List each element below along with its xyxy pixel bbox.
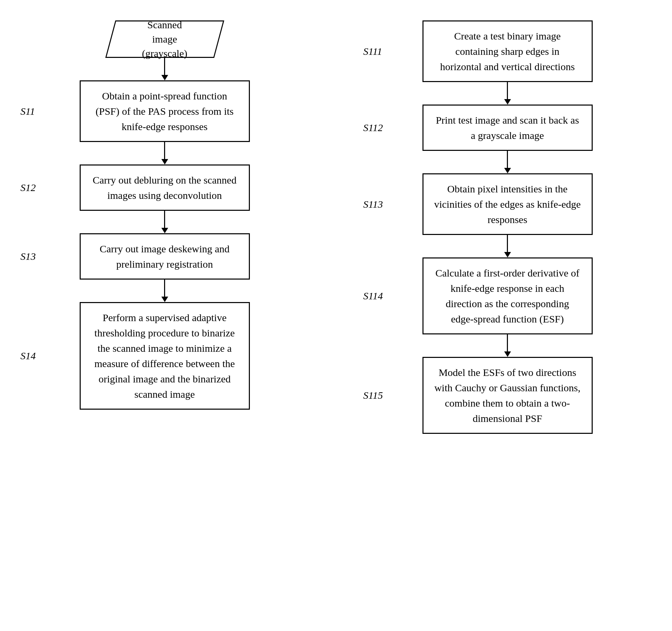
- arrow-3: [161, 280, 168, 302]
- step-box-s11: Obtain a point-spread function (PSF) of …: [80, 80, 250, 142]
- step-wrapper-s11: S11 Obtain a point-spread function (PSF)…: [14, 80, 316, 142]
- arrow-2: [161, 211, 168, 233]
- step-label-s114: S114: [363, 290, 383, 302]
- start-shape-text: Scanned image (grayscale): [142, 18, 187, 61]
- step-label-s11: S11: [20, 106, 35, 117]
- step-label-s12: S12: [20, 182, 36, 193]
- step-wrapper-s14: S14 Perform a supervised adaptive thresh…: [14, 302, 316, 410]
- arrow-0: [161, 58, 168, 80]
- arrow-head: [161, 75, 168, 80]
- step-wrapper-s115: S115 Model the ESFs of two directions wi…: [356, 357, 658, 434]
- step-label-s112: S112: [363, 122, 383, 133]
- step-box-s111: Create a test binary image containing sh…: [422, 20, 593, 82]
- diagram-container: Scanned image (grayscale) S11 Obtain a p…: [14, 20, 658, 434]
- step-box-s14: Perform a supervised adaptive thresholdi…: [80, 302, 250, 410]
- arrow-r2: [504, 151, 511, 173]
- step-wrapper-s112: S112 Print test image and scan it back a…: [356, 105, 658, 151]
- step-label-s14: S14: [20, 350, 36, 362]
- step-wrapper-s111: S111 Create a test binary image containi…: [356, 20, 658, 82]
- arrow-1: [161, 142, 168, 164]
- arrow-r3: [504, 235, 511, 257]
- step-label-s111: S111: [363, 46, 382, 57]
- step-label-s13: S13: [20, 251, 36, 262]
- step-box-s112: Print test image and scan it back as a g…: [422, 105, 593, 151]
- arrow-r1: [504, 82, 511, 105]
- arrow-r4: [504, 334, 511, 357]
- step-box-s113: Obtain pixel intensities in the viciniti…: [422, 173, 593, 235]
- step-box-s115: Model the ESFs of two directions with Ca…: [422, 357, 593, 434]
- right-column: S111 Create a test binary image containi…: [356, 20, 658, 434]
- step-wrapper-s113: S113 Obtain pixel intensities in the vic…: [356, 173, 658, 235]
- step-box-s12: Carry out debluring on the scanned image…: [80, 164, 250, 211]
- step-label-s113: S113: [363, 199, 383, 210]
- step-label-s115: S115: [363, 390, 383, 401]
- start-shape: Scanned image (grayscale): [105, 20, 224, 58]
- step-box-s114: Calculate a first-order derivative of kn…: [422, 257, 593, 334]
- step-box-s13: Carry out image deskewing and preliminar…: [80, 233, 250, 280]
- left-column: Scanned image (grayscale) S11 Obtain a p…: [14, 20, 316, 410]
- step-wrapper-s13: S13 Carry out image deskewing and prelim…: [14, 233, 316, 280]
- step-wrapper-s114: S114 Calculate a first-order derivative …: [356, 257, 658, 334]
- step-wrapper-s12: S12 Carry out debluring on the scanned i…: [14, 164, 316, 211]
